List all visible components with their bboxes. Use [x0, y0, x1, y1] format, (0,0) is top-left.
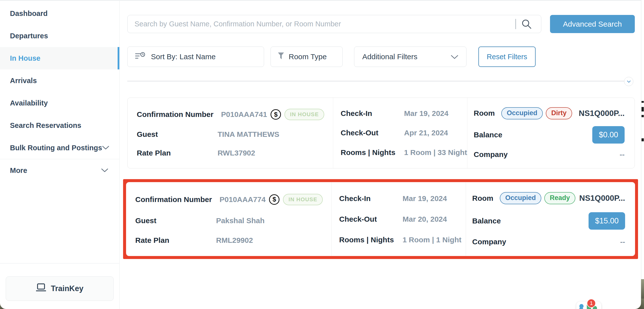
card-dates-column: Check-In Mar 19, 2024 Check-Out Mar 20, … — [332, 182, 466, 256]
rooms-nights-row: Rooms | Nights 1 Room | 1 Night — [339, 236, 466, 244]
room-clean-status-badge: Ready — [544, 192, 575, 204]
status-badge: IN HOUSE — [283, 194, 323, 205]
checkout-row: Check-Out Mar 20, 2024 — [339, 215, 466, 223]
screen-edge-artifact — [642, 115, 644, 117]
confirmation-label: Confirmation Number — [135, 195, 216, 204]
sidebar-bottom-divider — [0, 263, 119, 263]
sidebar: Dashboard Departures In House Arrivals A… — [0, 1, 120, 309]
confirmation-number: P010AAA741 — [221, 110, 267, 119]
checkout-date: Mar 20, 2024 — [402, 215, 447, 223]
checkin-date: Mar 19, 2024 — [402, 194, 447, 203]
search-bar — [127, 15, 541, 33]
confirmation-row: Confirmation Number P010AAA774 $ IN HOUS… — [135, 194, 326, 205]
room-clean-status-badge: Dirty — [546, 107, 572, 119]
advanced-search-button[interactable]: Advanced Search — [550, 15, 635, 33]
sidebar-item-label: More — [10, 166, 27, 175]
sidebar-item-more[interactable]: More — [0, 159, 119, 182]
card-dates-column: Check-In Mar 19, 2024 Check-Out Apr 21, … — [333, 98, 467, 168]
dollar-icon[interactable]: $ — [270, 109, 281, 120]
screen-edge-artifact — [642, 138, 644, 141]
rate-plan-label: Rate Plan — [137, 149, 218, 157]
list-divider — [127, 81, 628, 81]
rate-plan-value: RWL37902 — [218, 149, 255, 157]
checkin-row: Check-In Mar 19, 2024 — [339, 194, 466, 203]
guest-label: Guest — [135, 216, 216, 225]
rooms-nights-value: 1 Room | 33 Night — [404, 148, 467, 157]
sidebar-item-search-reservations[interactable]: Search Reservations — [0, 114, 119, 137]
balance-row: Balance $0.00 — [474, 126, 624, 144]
card-identity-column: Confirmation Number P010AAA774 $ IN HOUS… — [126, 182, 332, 256]
sidebar-item-arrivals[interactable]: Arrivals — [0, 69, 119, 92]
checkin-label: Check-In — [339, 194, 402, 203]
sort-icon — [135, 52, 146, 62]
rooms-nights-row: Rooms | Nights 1 Room | 33 Night — [341, 148, 467, 157]
room-row: Room Occupied Dirty NS1Q000P... — [474, 107, 624, 119]
sidebar-item-label: In House — [10, 54, 40, 63]
company-label: Company — [472, 238, 506, 246]
guest-name: TINA MATTHEWS — [218, 130, 279, 139]
room-occupancy-badge: Occupied — [500, 192, 541, 204]
company-value: -- — [620, 238, 625, 246]
rooms-nights-label: Rooms | Nights — [341, 148, 404, 157]
confirmation-number: P010AAA774 — [220, 195, 266, 204]
reservation-card-highlighted[interactable]: Confirmation Number P010AAA774 $ IN HOUS… — [126, 182, 635, 256]
balance-button[interactable]: $0.00 — [592, 126, 624, 144]
collapse-toggle-button[interactable] — [624, 77, 633, 86]
room-type-button[interactable]: Room Type — [270, 47, 343, 67]
chevron-down-icon — [451, 53, 458, 61]
room-label: Room — [474, 109, 495, 117]
search-icon[interactable] — [522, 19, 532, 30]
rate-plan-row: Rate Plan RML29902 — [135, 236, 326, 244]
sidebar-item-bulk-routing[interactable]: Bulk Routing and Postings — [0, 137, 119, 159]
card-room-column: Room Occupied Dirty NS1Q000P... Balance … — [467, 98, 634, 168]
balance-button[interactable]: $15.00 — [588, 212, 625, 230]
search-separator — [516, 19, 516, 29]
screen-edge-artifact — [642, 107, 644, 111]
guest-label: Guest — [137, 130, 218, 139]
checkin-label: Check-In — [341, 109, 404, 118]
balance-row: Balance $15.00 — [472, 212, 625, 230]
room-number: NS1Q000P... — [579, 194, 625, 203]
checkout-row: Check-Out Apr 21, 2024 — [341, 129, 467, 137]
screen-right-edge — [641, 0, 644, 309]
reset-filters-button[interactable]: Reset Filters — [478, 47, 536, 67]
company-value: -- — [620, 150, 624, 159]
sort-by-button[interactable]: Sort By: Last Name — [127, 47, 264, 67]
sidebar-item-label: Bulk Routing and Postings — [10, 144, 102, 152]
notification-badge[interactable]: 1 — [587, 299, 596, 308]
status-badge: IN HOUSE — [284, 109, 324, 120]
chevron-down-icon — [102, 146, 109, 150]
additional-filters-button[interactable]: Additional Filters — [354, 47, 466, 67]
room-number: NS1Q000P... — [579, 109, 624, 118]
trainkey-button[interactable]: TrainKey — [6, 276, 114, 301]
sidebar-item-label: Dashboard — [10, 10, 48, 18]
guest-name: Pakshal Shah — [216, 216, 264, 225]
sidebar-item-departures[interactable]: Departures — [0, 25, 119, 47]
notification-count: 1 — [590, 300, 593, 306]
sidebar-item-label: Arrivals — [10, 77, 37, 85]
chat-icon-shape — [579, 307, 583, 309]
sidebar-nav-list: Dashboard Departures In House Arrivals A… — [0, 2, 119, 182]
company-row: Company -- — [474, 150, 624, 159]
chevron-down-icon — [101, 168, 108, 172]
funnel-icon — [278, 52, 284, 62]
room-type-label: Room Type — [289, 53, 327, 61]
balance-label: Balance — [474, 131, 502, 139]
sidebar-item-in-house[interactable]: In House — [0, 47, 119, 69]
rooms-nights-label: Rooms | Nights — [339, 236, 402, 244]
room-row: Room Occupied Ready NS1Q000P... — [472, 192, 625, 204]
sidebar-item-label: Availability — [10, 99, 48, 107]
card-room-column: Room Occupied Ready NS1Q000P... Balance … — [466, 182, 635, 256]
trainkey-label: TrainKey — [51, 284, 84, 293]
room-occupancy-badge: Occupied — [501, 107, 543, 119]
reservation-card[interactable]: Confirmation Number P010AAA741 $ IN HOUS… — [127, 98, 635, 168]
guest-row: Guest Pakshal Shah — [135, 216, 326, 225]
checkout-label: Check-Out — [339, 215, 402, 223]
search-input[interactable] — [127, 15, 541, 33]
rate-plan-value: RML29902 — [216, 236, 253, 244]
sidebar-item-dashboard[interactable]: Dashboard — [0, 2, 119, 25]
dollar-icon[interactable]: $ — [269, 194, 280, 205]
sidebar-item-availability[interactable]: Availability — [0, 92, 119, 114]
rooms-nights-value: 1 Room | 1 Night — [402, 236, 462, 244]
chevron-down-icon — [627, 80, 631, 83]
